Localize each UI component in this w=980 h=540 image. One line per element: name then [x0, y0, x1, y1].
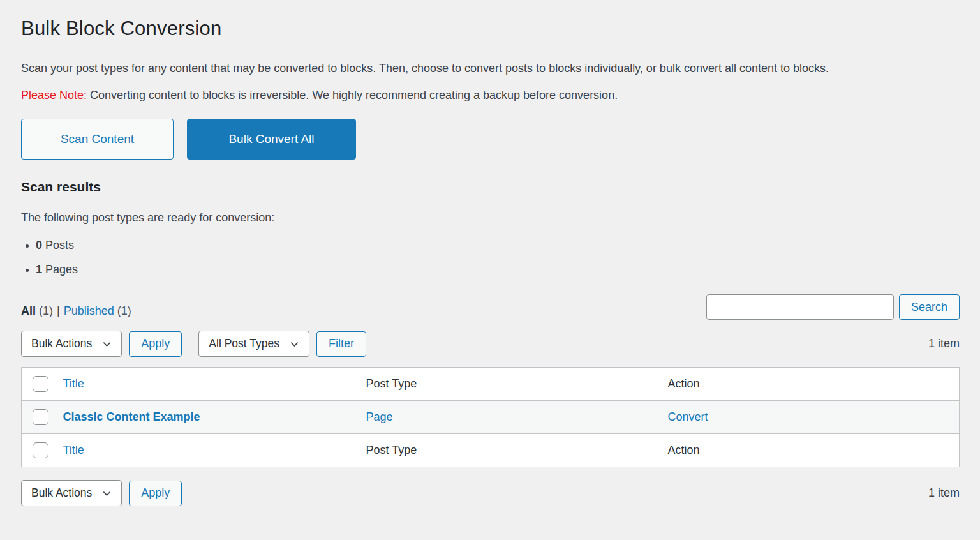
apply-button-bottom[interactable]: Apply — [129, 481, 182, 506]
column-title-footer[interactable]: Title — [63, 444, 84, 456]
search-button[interactable]: Search — [899, 294, 960, 320]
top-tablenav-controls: Bulk Actions Apply All Post Types Filter — [21, 331, 366, 357]
search-input[interactable] — [706, 294, 894, 320]
view-published-count: (1) — [114, 304, 131, 317]
scan-content-button[interactable]: Scan Content — [21, 119, 174, 160]
pages-label: Pages — [42, 263, 78, 276]
note-text: Please Note: Converting content to block… — [21, 89, 960, 102]
bottom-tablenav: Bulk Actions Apply 1 item — [21, 480, 960, 506]
note-label: Please Note: — [21, 89, 87, 101]
ready-description: The following post types are ready for c… — [21, 211, 960, 225]
table-header-row: Title Post Type Action — [22, 368, 960, 401]
view-all-label: All — [21, 304, 36, 317]
row-title-link[interactable]: Classic Content Example — [63, 410, 200, 423]
bulk-actions-select-label: Bulk Actions — [31, 337, 92, 350]
chevron-down-icon — [102, 489, 112, 499]
chevron-down-icon — [290, 340, 299, 349]
view-filter-links: All (1)|Published (1) — [21, 304, 131, 320]
view-all-count: (1) — [36, 304, 53, 317]
search-box: Search — [706, 294, 960, 320]
post-type-list: 0 Posts 1 Pages — [21, 239, 960, 276]
apply-button[interactable]: Apply — [129, 331, 182, 357]
item-count-bottom: 1 item — [928, 486, 960, 500]
column-posttype-header: Post Type — [366, 377, 417, 390]
column-title-header[interactable]: Title — [63, 377, 84, 390]
chevron-down-icon — [102, 340, 112, 349]
action-buttons: Scan Content Bulk Convert All — [21, 119, 960, 160]
column-action-footer: Action — [668, 444, 700, 456]
item-count-top: 1 item — [928, 337, 960, 350]
select-all-checkbox-bottom[interactable] — [33, 442, 48, 458]
convert-link[interactable]: Convert — [668, 410, 708, 423]
page-title: Bulk Block Conversion — [21, 17, 960, 40]
scan-results-heading: Scan results — [21, 179, 960, 195]
bulk-convert-all-button[interactable]: Bulk Convert All — [187, 119, 356, 160]
row-posttype-link[interactable]: Page — [366, 410, 393, 423]
bulk-actions-select-bottom-label: Bulk Actions — [31, 486, 92, 500]
row-checkbox[interactable] — [33, 409, 48, 425]
intro-text: Scan your post types for any content tha… — [21, 61, 960, 77]
top-tablenav: Bulk Actions Apply All Post Types Filter… — [21, 331, 960, 357]
bulk-actions-select-bottom[interactable]: Bulk Actions — [21, 480, 122, 506]
table-footer-row: Title Post Type Action — [22, 434, 960, 467]
post-type-filter-label: All Post Types — [209, 337, 279, 350]
post-count-item: 0 Posts — [36, 239, 960, 252]
post-type-filter-select[interactable]: All Post Types — [198, 331, 309, 357]
column-posttype-footer: Post Type — [366, 444, 417, 456]
bottom-tablenav-controls: Bulk Actions Apply — [21, 480, 182, 506]
note-body: Converting content to blocks is irrevers… — [87, 89, 618, 101]
table-row: Classic Content Example Page Convert — [22, 401, 960, 434]
select-all-checkbox[interactable] — [33, 376, 48, 392]
page-wrap: Bulk Block Conversion Scan your post typ… — [0, 17, 980, 506]
column-action-header: Action — [668, 377, 700, 390]
scan-results-table: Title Post Type Action Classic Content E… — [21, 367, 960, 467]
view-published-label: Published — [64, 304, 114, 317]
posts-count: 0 — [36, 239, 42, 251]
view-published-link[interactable]: Published (1) — [64, 304, 131, 317]
pages-count: 1 — [36, 263, 42, 276]
bulk-actions-select[interactable]: Bulk Actions — [21, 331, 122, 357]
views-search-row: All (1)|Published (1) Search — [21, 294, 960, 320]
view-separator: | — [57, 304, 60, 317]
filter-button[interactable]: Filter — [316, 331, 366, 357]
view-all-link[interactable]: All (1) — [21, 304, 53, 317]
pages-count-item: 1 Pages — [36, 263, 960, 276]
posts-label: Posts — [42, 239, 74, 251]
